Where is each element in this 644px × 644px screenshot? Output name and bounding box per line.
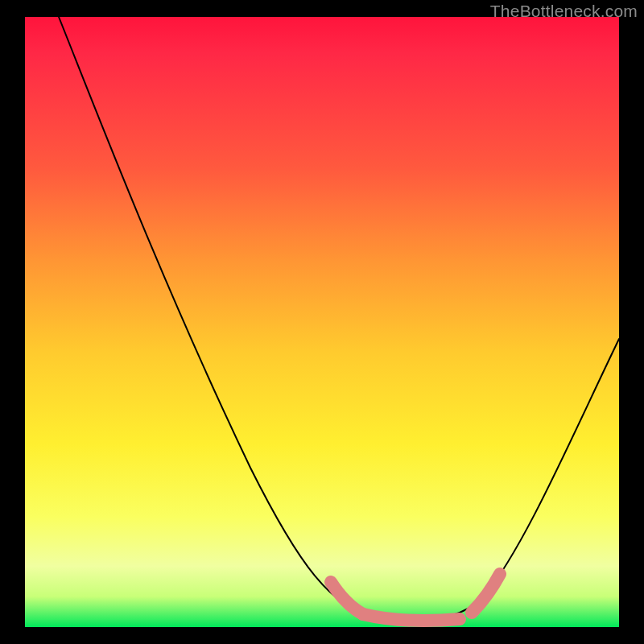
bottleneck-curve bbox=[25, 17, 619, 627]
curve-path bbox=[59, 17, 619, 621]
chart-frame: TheBottleneck.com bbox=[0, 0, 644, 644]
curve-highlight-right bbox=[472, 574, 500, 613]
plot-area bbox=[25, 17, 619, 627]
curve-highlight-left bbox=[331, 582, 363, 614]
curve-highlight-mid bbox=[363, 614, 460, 621]
watermark-text: TheBottleneck.com bbox=[490, 2, 638, 21]
